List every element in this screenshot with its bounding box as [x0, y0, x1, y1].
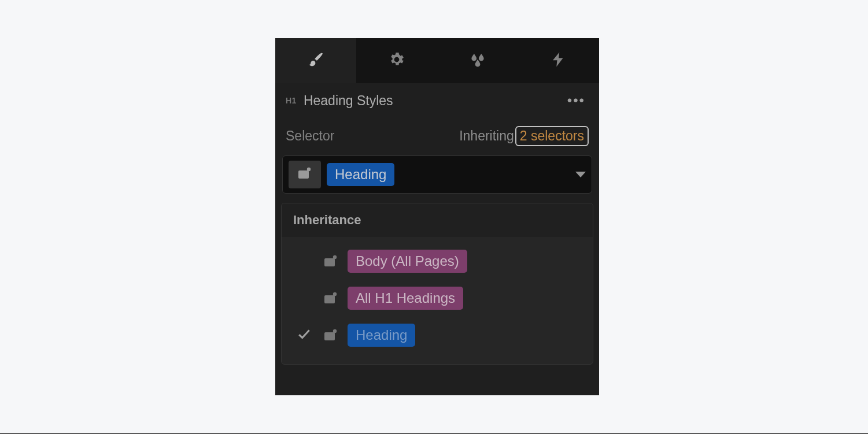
class-chip-current[interactable]: Heading: [327, 163, 394, 186]
bolt-icon: [550, 51, 567, 71]
gear-icon: [388, 51, 405, 71]
inheritance-item[interactable]: Body (All Pages): [290, 243, 585, 280]
inheriting-count[interactable]: 2 selectors: [515, 126, 589, 146]
check-icon: [297, 327, 312, 344]
inheritance-chip: Heading: [348, 324, 415, 347]
effects-tab[interactable]: [437, 38, 518, 83]
state-button[interactable]: [289, 161, 321, 188]
selector-label-row: Selector Inheriting 2 selectors: [275, 118, 599, 152]
state-icon: [322, 254, 339, 269]
inheritance-item[interactable]: All H1 Headings: [290, 280, 585, 317]
settings-tab[interactable]: [356, 38, 437, 83]
chevron-down-icon[interactable]: [575, 172, 586, 177]
more-button[interactable]: •••: [564, 90, 589, 111]
inheritance-list: Body (All Pages) All H1 Headings Heading: [282, 237, 593, 364]
state-icon: [322, 328, 339, 343]
inheriting-label: Inheriting: [459, 128, 514, 144]
selector-label: Selector: [286, 128, 334, 144]
style-tab[interactable]: [275, 38, 356, 83]
inheritance-item[interactable]: Heading: [290, 317, 585, 354]
state-icon: [322, 291, 339, 306]
inheritance-panel: Inheritance Body (All Pages) All H1 Head…: [281, 203, 593, 365]
panel-header: H1 Heading Styles •••: [275, 83, 599, 118]
inheritance-title: Inheritance: [282, 203, 593, 237]
panel-tabs: [275, 38, 599, 83]
check-column: [294, 327, 314, 344]
ellipsis-icon: •••: [567, 92, 585, 108]
style-panel: H1 Heading Styles ••• Selector Inheritin…: [275, 38, 599, 395]
inheritance-chip: Body (All Pages): [348, 250, 467, 273]
actions-tab[interactable]: [518, 38, 599, 83]
droplets-icon: [469, 51, 486, 71]
state-icon: [297, 167, 312, 182]
selector-input[interactable]: Heading: [282, 155, 592, 194]
inheritance-chip: All H1 Headings: [348, 287, 463, 310]
brush-icon: [307, 51, 324, 71]
page-title: Heading Styles: [304, 93, 393, 109]
element-badge: H1: [286, 96, 297, 105]
